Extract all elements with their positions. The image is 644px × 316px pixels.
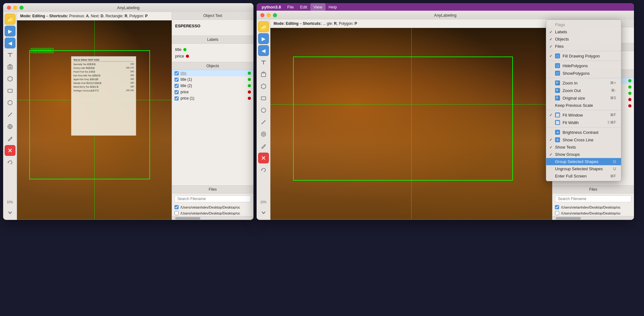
menu-zoom-out-label: Zoom Out <box>563 88 581 93</box>
file-check-2-1[interactable] <box>175 211 179 215</box>
files-section-2: Files /Users/vietanhdev/Desktop/Desktop/… <box>552 186 634 220</box>
file-item-2-1[interactable]: /Users/vietanhdev/Desktop/Desktop/oc <box>172 210 253 216</box>
menubar-2: python3.8 File Edit View Help <box>257 3 634 11</box>
object-check-title2-1[interactable] <box>175 84 179 88</box>
file-item-1-1[interactable]: /Users/vietanhdev/Desktop/Desktop/oc <box>172 204 253 210</box>
menu-files[interactable]: ✓ Files <box>546 43 621 50</box>
canvas-img-2[interactable] <box>270 28 552 219</box>
menu-objects[interactable]: ✓ Objects <box>546 35 621 43</box>
menu-zoom-in-label: Zoom In <box>563 81 578 85</box>
menu-show-polygons[interactable]: ⬡ ShowPolygons <box>546 69 621 77</box>
menu-ungroup-shapes[interactable]: Ungroup Selected Shapes U <box>546 165 621 172</box>
scroll-down-2[interactable] <box>258 207 269 218</box>
maximize-button-1[interactable] <box>19 6 24 10</box>
menu-original-size[interactable]: 🔍 Original size ⌘0 <box>546 94 621 102</box>
menu-hide-polygons[interactable]: ⬡ HidePolygons <box>546 62 621 69</box>
pen-btn[interactable] <box>5 133 15 144</box>
delete-btn[interactable] <box>5 62 15 72</box>
svg-rect-22 <box>261 73 266 77</box>
menubar-help-2[interactable]: Help <box>325 3 340 11</box>
rectangle-btn[interactable] <box>5 85 15 96</box>
target-btn[interactable] <box>5 121 15 132</box>
text-tool-btn[interactable] <box>5 50 15 60</box>
menubar-app-2[interactable]: python3.8 <box>258 3 284 11</box>
object-check-price-1[interactable] <box>175 90 179 94</box>
object-item-title2-1[interactable]: title (2) <box>172 83 253 89</box>
line-btn[interactable] <box>5 109 15 120</box>
maximize-button-2[interactable] <box>273 13 277 17</box>
file-item-2-2[interactable]: /Users/vietanhdev/Desktop/Desktop/oc <box>552 210 634 216</box>
fit-width-icon: ⬜ <box>555 120 560 125</box>
scroll-down-1[interactable] <box>5 207 15 218</box>
minimize-button-1[interactable] <box>13 6 17 10</box>
menu-fit-window[interactable]: ✓ ⬜ Fit Window ⌘F <box>546 111 621 119</box>
close-red-btn[interactable] <box>5 145 15 156</box>
hexagon-btn[interactable] <box>5 74 15 84</box>
circle-btn[interactable] <box>5 97 15 108</box>
cross-line-checkmark: ✓ <box>549 138 552 142</box>
delete-btn-2[interactable] <box>258 69 269 80</box>
close-button-2[interactable] <box>260 13 264 17</box>
search-input-2[interactable] <box>555 195 631 202</box>
menu-labels[interactable]: ✓ Labels <box>546 28 621 35</box>
next-btn-2[interactable]: ▶ <box>258 33 269 44</box>
cross-line-icon: ✛ <box>555 137 560 142</box>
scrollbar-2[interactable] <box>552 216 634 220</box>
open-folder-btn-2[interactable]: 📁 <box>258 21 269 32</box>
file-check-2-2[interactable] <box>555 211 559 215</box>
menu-zoom-out[interactable]: 🔍 Zoom Out ⌘- <box>546 87 621 94</box>
svg-point-12 <box>9 126 11 128</box>
scrollbar-thumb-1[interactable] <box>175 217 200 220</box>
object-check-title1-1[interactable] <box>175 78 179 82</box>
menu-show-cross-line[interactable]: ✓ ✛ Show Cross Line <box>546 136 621 144</box>
menu-brightness-contrast[interactable]: ☀ Brightness Contrast <box>546 128 621 136</box>
object-item-title-1[interactable]: title <box>172 70 253 76</box>
circle-btn-2[interactable] <box>258 105 269 116</box>
menubar-view-2[interactable]: View <box>310 3 325 11</box>
show-poly-icon: ⬡ <box>555 71 560 76</box>
menu-fill-drawing[interactable]: ✓ ⬡ Fill Drawing Polygon <box>546 52 621 60</box>
hexagon-btn-2[interactable] <box>258 81 269 92</box>
minimize-button-2[interactable] <box>267 13 271 17</box>
fit-window-icon: ⬜ <box>555 112 560 117</box>
menu-keep-prev-scale[interactable]: Keep Previous Scale <box>546 102 621 109</box>
orig-size-shortcut: ⌘0 <box>610 96 616 100</box>
file-check-1-1[interactable] <box>175 205 179 209</box>
object-check-price1-1[interactable] <box>175 96 179 101</box>
menu-zoom-in[interactable]: 🔍 Zoom In ⌘+ <box>546 79 621 87</box>
mode-bar-2: Mode: Editing – Shortcuts: ... gle: R, P… <box>270 19 552 28</box>
next-btn[interactable]: ▶ <box>5 26 15 36</box>
prev-btn[interactable]: ◀ <box>5 38 15 48</box>
file-check-1-2[interactable] <box>555 205 559 209</box>
menu-enter-fullscreen[interactable]: Enter Full Screen ⌘F <box>546 172 621 180</box>
close-red-btn-2[interactable] <box>258 153 269 163</box>
undo-btn-2[interactable] <box>258 165 269 175</box>
menu-show-texts[interactable]: ✓ Show Texts <box>546 144 621 151</box>
menu-group-shapes[interactable]: Group Selected Shapes G <box>546 158 621 165</box>
pen-btn-2[interactable] <box>258 141 269 151</box>
text-tool-btn-2[interactable] <box>258 57 269 68</box>
rectangle-btn-2[interactable] <box>258 93 269 104</box>
target-btn-2[interactable] <box>258 129 269 139</box>
scrollbar-1[interactable] <box>172 216 253 220</box>
menubar-file-2[interactable]: File <box>284 3 297 11</box>
search-input-1[interactable] <box>175 195 251 202</box>
objects-list-1[interactable]: title title (1) title (2) <box>172 70 253 185</box>
canvas-img-1[interactable]: ESPERRESSO Tea & Other HOT KZD Specialty… <box>17 20 172 219</box>
menubar-edit-2[interactable]: Edit <box>297 3 310 11</box>
object-item-price-1[interactable]: price <box>172 89 253 95</box>
object-item-price1-1[interactable]: price (1) <box>172 95 253 101</box>
open-folder-btn[interactable]: 📁 <box>5 14 15 25</box>
line-btn-2[interactable] <box>258 117 269 128</box>
menu-flags[interactable]: Flags <box>546 21 621 28</box>
close-button-1[interactable] <box>7 6 11 10</box>
object-item-title1-1[interactable]: title (1) <box>172 76 253 83</box>
menu-fit-width[interactable]: ⬜ Fit Width ⇧⌘F <box>546 119 621 126</box>
scrollbar-thumb-2[interactable] <box>556 217 581 220</box>
svg-rect-0 <box>8 53 12 54</box>
undo-btn[interactable] <box>5 157 15 168</box>
menu-show-groups[interactable]: ✓ Show Groups <box>546 151 621 158</box>
prev-btn-2[interactable]: ◀ <box>258 45 269 56</box>
file-item-1-2[interactable]: /Users/vietanhdev/Desktop/Desktop/oc <box>552 204 634 210</box>
object-check-title-1[interactable] <box>175 71 179 75</box>
